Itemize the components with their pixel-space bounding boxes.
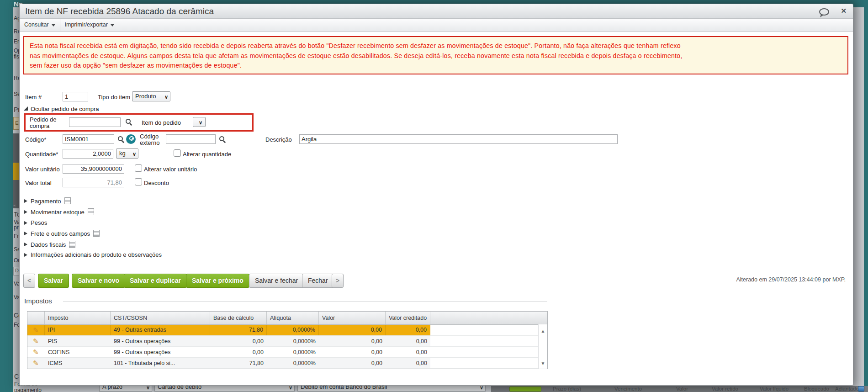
cell-cst: 99 - Outras operações — [111, 338, 210, 344]
close-icon[interactable] — [841, 7, 847, 15]
section-label: Pagamento — [31, 198, 61, 205]
section-dados-fiscais[interactable]: Dados fiscais — [31, 241, 75, 248]
note-icon — [88, 208, 94, 215]
section-movimentar-estoque[interactable]: Movimentar estoque — [31, 208, 94, 216]
section-frete[interactable]: Frete e outros campos — [31, 230, 100, 237]
calendar-icon[interactable] — [858, 386, 864, 392]
column-header-cst: CST/CSOSN — [111, 312, 210, 324]
cell-aliquota: 0,0000% — [267, 325, 319, 335]
pedido-compra-input[interactable] — [69, 117, 121, 127]
previous-item-button[interactable]: < — [23, 274, 35, 288]
cell-cst: 99 - Outras operações — [111, 349, 210, 355]
salvar-e-novo-button[interactable]: Salvar e novo — [72, 274, 125, 288]
scrollbar-column-header — [537, 312, 546, 324]
fieldset-line — [63, 301, 547, 302]
cell-base: 71,80 — [210, 325, 267, 335]
cell-creditado: 0,00 — [386, 338, 430, 344]
filler-column-header — [430, 312, 537, 324]
warning-banner: Esta nota fiscal recebida está em digita… — [23, 36, 848, 74]
codigo-externo-label: Código — [140, 133, 159, 140]
ocultar-pedido-toggle[interactable]: Ocultar pedido de compra — [31, 106, 99, 112]
cell-valor: 0,00 — [319, 360, 386, 366]
quantidade-input[interactable] — [63, 149, 113, 159]
cell-base: 0,00 — [210, 338, 267, 344]
section-label: Informações adicionais do produto e obse… — [31, 251, 162, 258]
scroll-up-icon[interactable] — [541, 326, 545, 334]
column-header: Valor líquido — [760, 386, 789, 392]
item-number-input[interactable] — [63, 92, 88, 101]
pedido-compra-label: Pedido de — [30, 116, 57, 123]
search-icon[interactable] — [219, 136, 226, 143]
salvar-e-duplicar-button[interactable]: Salvar e duplicar — [124, 274, 187, 288]
codigo-input[interactable] — [63, 134, 114, 144]
codigo-label: Código* — [25, 136, 46, 143]
cell-filler — [430, 325, 537, 335]
edit-pencil-icon[interactable] — [33, 325, 39, 335]
expand-triangle-icon — [24, 243, 27, 246]
descricao-input[interactable] — [299, 134, 618, 144]
cell-valor: 0,00 — [319, 349, 386, 355]
background-left-edge — [0, 0, 13, 392]
desconto-checkbox[interactable] — [135, 178, 142, 185]
desconto-label: Desconto — [144, 180, 169, 186]
cell-valor: 0,00 — [319, 325, 386, 335]
search-icon[interactable] — [117, 136, 124, 143]
background-payments-header-bar: Prazo (dias) Vencimento Valor Valor reti… — [491, 386, 868, 392]
impostos-section-title: Impostos — [24, 297, 52, 305]
edit-pencil-icon[interactable] — [33, 337, 39, 345]
table-row-ipi[interactable]: IPI 49 - Outras entradas 71,80 0,0000% 0… — [27, 325, 547, 336]
expand-triangle-icon — [24, 210, 27, 214]
section-pagamento[interactable]: Pagamento — [31, 197, 71, 205]
section-label: Dados fiscais — [31, 241, 66, 248]
cell-base: 71,80 — [210, 360, 267, 366]
salvar-e-fechar-button[interactable]: Salvar e fechar — [249, 274, 304, 288]
select-value: kg — [119, 150, 126, 157]
scroll-down-icon[interactable] — [541, 359, 545, 367]
unidade-select[interactable]: kg — [116, 148, 138, 159]
warning-text-line: sem fazer uso da opção "sem desfazer as … — [30, 61, 842, 71]
alterar-valor-unitario-checkbox[interactable] — [135, 164, 142, 172]
table-scrollbar[interactable] — [538, 324, 547, 369]
background-grid-fragment — [13, 133, 19, 208]
tipo-item-label: Tipo do item — [98, 94, 130, 101]
tipo-item-select[interactable]: Produto — [132, 91, 170, 101]
chevron-down-icon — [164, 92, 168, 101]
edit-pencil-icon[interactable] — [33, 348, 39, 356]
valor-total-input — [63, 178, 124, 187]
table-row-pis[interactable]: PIS 99 - Outras operações 0,00 0,0000% 0… — [27, 336, 547, 347]
column-header: Bloqueado — [804, 386, 829, 392]
valor-unitario-input[interactable] — [63, 164, 124, 174]
fechar-button[interactable]: Fechar — [302, 274, 334, 288]
cell-imposto: IPI — [45, 325, 111, 335]
search-icon[interactable] — [125, 118, 132, 125]
salvar-e-proximo-button[interactable]: Salvar e próximo — [186, 274, 249, 288]
section-label: Movimentar estoque — [31, 209, 85, 216]
section-pesos[interactable]: Pesos — [31, 219, 47, 226]
codigo-externo-input[interactable] — [166, 134, 216, 144]
consultar-menu-button[interactable]: Consultar — [20, 19, 60, 31]
edit-pencil-icon[interactable] — [33, 359, 39, 367]
expand-triangle-icon — [24, 232, 27, 235]
column-header-base: Base de cálculo — [210, 312, 267, 324]
impostos-table: Imposto CST/CSOSN Base de cálculo Alíquo… — [27, 311, 548, 369]
expand-triangle-icon — [24, 221, 27, 225]
product-lookup-icon[interactable] — [126, 134, 136, 144]
table-row-icms[interactable]: ICMS 101 - Tributada pelo si... 71,80 0,… — [27, 358, 547, 369]
alterar-quantidade-label: Alterar quantidade — [183, 151, 231, 158]
chevron-down-icon — [52, 24, 55, 26]
forma-pagamento-label: pagamento — [14, 387, 42, 392]
alterar-quantidade-checkbox[interactable] — [174, 149, 181, 157]
note-icon — [64, 197, 71, 204]
salvar-button[interactable]: Salvar — [38, 274, 69, 288]
imprimir-exportar-menu-button[interactable]: Imprimir/exportar — [60, 19, 119, 31]
section-informacoes-adicionais[interactable]: Informações adicionais do produto e obse… — [31, 251, 162, 258]
comments-icon[interactable] — [819, 8, 829, 16]
item-pedido-select[interactable] — [193, 117, 206, 127]
cell-filler — [430, 336, 537, 346]
column-header: Vencimento — [614, 386, 642, 392]
column-header: Valor retido — [712, 386, 738, 392]
table-row-cofins[interactable]: COFINS 99 - Outras operações 0,00 0,0000… — [27, 347, 547, 358]
next-item-button[interactable]: > — [332, 274, 344, 288]
pedido-compra-highlight-box: Pedido de compra Item do pedido — [24, 113, 254, 132]
novo-button-fragment[interactable] — [509, 387, 541, 392]
